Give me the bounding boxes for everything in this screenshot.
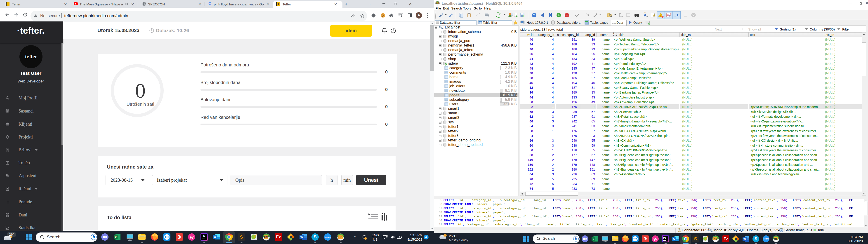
svg-text:?: ? [533,13,535,17]
svg-text:!: ! [660,14,661,18]
